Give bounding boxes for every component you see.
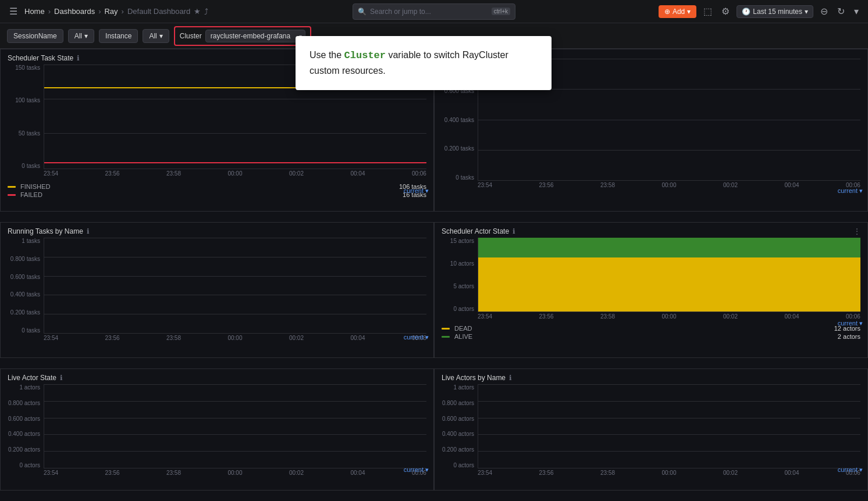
grid-line <box>44 434 426 435</box>
library-icon[interactable]: ⬚ <box>701 3 714 19</box>
cluster-select[interactable]: raycluster-embed-grafana <box>205 30 305 42</box>
grid-line <box>44 418 426 418</box>
grid-line <box>44 257 426 257</box>
legend-dot-alive <box>442 336 450 338</box>
cluster-tooltip: Use the Cluster variable to switch RayCl… <box>296 36 552 90</box>
refresh-icon[interactable]: ↻ <box>835 3 847 19</box>
info-icon-live-actors-name[interactable]: ℹ <box>509 374 512 382</box>
dashboard-grid: Scheduler Task State ℹ 150 tasks 100 tas… <box>0 49 868 501</box>
grid-line <box>44 276 426 277</box>
panel-live-actor-state: Live Actor State ℹ 1 actors 0.800 actors… <box>0 368 434 491</box>
grid-line <box>478 120 860 120</box>
panel-scheduler-actor-state: Scheduler Actor State ℹ ⋮ 15 actors 10 a… <box>434 222 868 358</box>
session-name-filter[interactable]: SessionName <box>7 29 63 43</box>
nav-icons: ⊕ Add ▾ ⬚ ⚙ 🕐 Last 15 minutes ▾ ⊖ ↻ ▾ <box>659 3 861 19</box>
chart-y-axis-task: 150 tasks 100 tasks 50 tasks 0 tasks <box>8 65 42 169</box>
star-icon[interactable]: ★ <box>194 7 201 16</box>
current-badge-running[interactable]: current ▾ <box>404 334 429 341</box>
add-chevron-icon: ▾ <box>687 8 691 16</box>
panel-menu-icon[interactable]: ⋮ <box>853 227 860 235</box>
breadcrumb-dashboards[interactable]: Dashboards <box>54 7 95 16</box>
legend-dead: DEAD 12 actors <box>442 325 860 332</box>
cluster-filter-group: Cluster raycluster-embed-grafana <box>174 26 311 46</box>
tooltip-prefix: Use the <box>310 50 344 60</box>
session-name-value[interactable]: All ▾ <box>68 29 94 43</box>
grid-line <box>44 295 426 295</box>
zoom-out-icon[interactable]: ⊖ <box>818 3 830 19</box>
chart-x-axis-live-name: 23:54 23:56 23:58 00:00 00:02 00:04 00:0… <box>478 470 860 480</box>
panel-title-live-actors-name: Live Actors by Name ℹ <box>442 374 860 382</box>
grid-line <box>44 99 426 99</box>
chart-y-axis-running: 1 tasks 0.800 tasks 0.600 tasks 0.400 ta… <box>8 238 42 334</box>
info-icon-running-tasks[interactable]: ℹ <box>87 227 90 235</box>
grid-line <box>44 401 426 402</box>
instance-chevron-icon: ▾ <box>159 32 163 40</box>
chevron-down-icon: ▾ <box>84 32 88 40</box>
info-icon-actor-state[interactable]: ℹ <box>513 227 515 235</box>
tooltip-keyword: Cluster <box>344 50 386 61</box>
panel-title-running-tasks: Running Tasks by Name ℹ <box>8 227 426 235</box>
chart-live-actors-name: 1 actors 0.800 actors 0.600 actors 0.400… <box>442 384 860 480</box>
legend-failed: FAILED 16 tasks <box>8 191 426 198</box>
add-icon: ⊕ <box>664 8 670 16</box>
settings-icon[interactable]: ⚙ <box>719 3 732 19</box>
grid-line <box>478 401 860 402</box>
time-range-picker[interactable]: 🕐 Last 15 minutes ▾ <box>737 5 813 18</box>
grid-line <box>478 150 860 151</box>
search-placeholder: Search or jump to... <box>370 8 431 16</box>
panel-live-actors-by-name: Live Actors by Name ℹ 1 actors 0.800 act… <box>434 368 868 491</box>
breadcrumb-current: Default Dashboard <box>127 7 190 16</box>
refresh-chevron-icon[interactable]: ▾ <box>852 3 861 19</box>
cluster-select-wrapper[interactable]: raycluster-embed-grafana <box>205 30 305 42</box>
legend-actor: DEAD 12 actors ALIVE 2 actors <box>442 325 860 340</box>
top-nav: ☰ Home › Dashboards › Ray › Default Dash… <box>0 0 868 23</box>
instance-value[interactable]: All ▾ <box>143 29 169 43</box>
legend-finished: FINISHED 106 tasks <box>8 183 426 190</box>
chart-plot-actor <box>478 238 860 312</box>
panel-title-actor-state: Scheduler Actor State ℹ ⋮ <box>442 227 860 235</box>
chart-y-axis-live: 1 actors 0.800 actors 0.600 actors 0.400… <box>8 384 42 468</box>
chart-y-axis-live-name: 1 actors 0.800 actors 0.600 actors 0.400… <box>442 384 476 468</box>
share-icon[interactable]: ⤴ <box>204 7 208 16</box>
chart-x-axis-live: 23:54 23:56 23:58 00:00 00:02 00:04 00:0… <box>44 470 426 480</box>
line-failed <box>44 162 426 163</box>
chart-running-tasks: 1 tasks 0.800 tasks 0.600 tasks 0.400 ta… <box>8 238 426 345</box>
chart-y-axis-actor: 15 actors 10 actors 5 actors 0 actors <box>442 238 476 312</box>
chart-plot-live-name <box>478 384 860 468</box>
current-badge-actor[interactable]: current ▾ <box>838 320 863 327</box>
instance-label: Instance <box>105 32 131 40</box>
grid-line <box>44 384 426 385</box>
search-shortcut: ctrl+k <box>492 8 510 15</box>
chart-plot-running <box>44 238 426 334</box>
current-badge-live-name[interactable]: current ▾ <box>838 466 863 474</box>
panel-running-tasks: Running Tasks by Name ℹ 1 tasks 0.800 ta… <box>0 222 434 358</box>
current-badge-live[interactable]: current ▾ <box>404 466 429 474</box>
chart-x-axis-actor: 23:54 23:56 23:58 00:00 00:02 00:04 00:0… <box>478 313 860 324</box>
info-icon-live-actor[interactable]: ℹ <box>60 374 63 382</box>
instance-filter[interactable]: Instance <box>99 29 138 43</box>
cluster-label: Cluster <box>180 32 202 40</box>
add-button[interactable]: ⊕ Add ▾ <box>659 5 696 18</box>
search-icon: 🔍 <box>358 8 367 16</box>
legend-dot-dead <box>442 328 450 330</box>
clock-icon: 🕐 <box>742 8 750 16</box>
grid-line <box>44 451 426 452</box>
chart-fill-alive <box>478 238 860 257</box>
hamburger-button[interactable]: ☰ <box>7 3 20 19</box>
legend-dot-finished <box>8 186 16 188</box>
grid-line <box>44 133 426 134</box>
session-name-label: SessionName <box>13 32 57 40</box>
grid-line <box>44 314 426 314</box>
current-badge-task-right[interactable]: current ▾ <box>838 187 863 195</box>
grid-line <box>478 418 860 418</box>
breadcrumb-home[interactable]: Home <box>24 7 45 16</box>
time-chevron-icon: ▾ <box>805 8 808 16</box>
breadcrumb-ray[interactable]: Ray <box>104 7 118 16</box>
panel-title-live-actor: Live Actor State ℹ <box>8 374 426 382</box>
chart-fill-dead <box>478 256 860 312</box>
current-badge-task[interactable]: current ▾ <box>404 187 429 195</box>
chart-live-actor: 1 actors 0.800 actors 0.600 actors 0.400… <box>8 384 426 480</box>
info-icon-scheduler-task[interactable]: ℹ <box>77 54 80 62</box>
chart-plot-live <box>44 384 426 468</box>
search-bar[interactable]: 🔍 Search or jump to... ctrl+k <box>353 3 515 20</box>
